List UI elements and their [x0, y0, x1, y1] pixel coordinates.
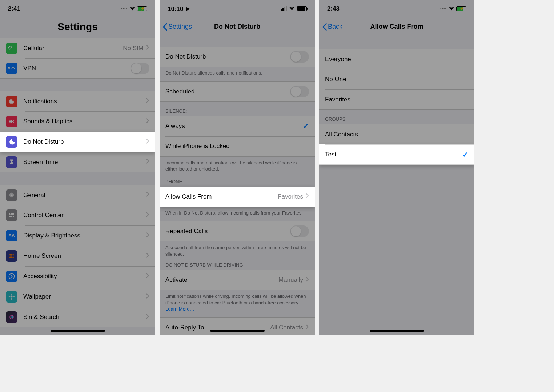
svg-point-11 [11, 255, 12, 256]
chevron-right-icon [146, 44, 149, 52]
row-notifications[interactable]: Notifications [0, 91, 155, 111]
row-locked[interactable]: While iPhone is Locked [160, 136, 315, 157]
accessibility-icon [6, 271, 17, 282]
row-detail: No SIM [123, 45, 144, 52]
row-wallpaper[interactable]: Wallpaper [0, 287, 155, 307]
svg-point-17 [11, 275, 12, 276]
screen-settings: 2:41 •••• ⚡ Settings Cellular No SIM VPN… [0, 0, 155, 335]
row-scheduled[interactable]: Scheduled [160, 81, 315, 102]
row-label: Sounds & Haptics [23, 118, 146, 125]
row-control-center[interactable]: Control Center [0, 205, 155, 225]
row-do-not-disturb[interactable]: Do Not Disturb [0, 132, 155, 152]
dnd-list[interactable]: Do Not Disturb Do Not Disturb silences c… [160, 36, 315, 335]
row-label: Activate [165, 276, 278, 284]
dnd-toggle[interactable] [290, 51, 309, 63]
row-allow-calls-from[interactable]: Allow Calls From Favorites [160, 187, 315, 207]
row-label: Screen Time [23, 159, 146, 166]
notifications-icon [6, 96, 17, 107]
nav-bar: Settings Do Not Disturb [160, 17, 315, 36]
svg-point-5 [10, 213, 11, 215]
chevron-right-icon [305, 324, 309, 332]
row-home-screen[interactable]: Home Screen [0, 246, 155, 266]
row-label: Cellular [23, 45, 123, 52]
chevron-right-icon [146, 97, 149, 105]
svg-point-21 [9, 296, 11, 297]
status-bar: 10:10 ➤ [160, 0, 315, 17]
svg-point-13 [9, 257, 11, 258]
repeated-toggle[interactable] [290, 225, 309, 237]
chevron-right-icon [305, 276, 309, 284]
svg-point-6 [12, 216, 13, 217]
row-everyone[interactable]: Everyone [319, 49, 474, 69]
checkmark-icon: ✓ [303, 122, 309, 131]
back-button[interactable]: Settings [162, 23, 192, 31]
scheduled-toggle[interactable] [290, 86, 309, 97]
header-silence: SILENCE: [160, 102, 315, 116]
svg-rect-28 [286, 6, 287, 11]
row-repeated-calls[interactable]: Repeated Calls [160, 221, 315, 241]
row-detail: Favorites [278, 193, 303, 200]
status-dots: •••• [121, 7, 128, 11]
screen-allow-calls: 2:43 •••• ⚡ Back Allow Calls From Everyo… [319, 0, 474, 335]
status-time: 2:43 [327, 5, 340, 12]
row-always[interactable]: Always ✓ [160, 116, 315, 136]
chevron-right-icon [146, 273, 149, 280]
row-sounds[interactable]: Sounds & Haptics [0, 111, 155, 132]
settings-list: Cellular No SIM VPN VPN Notifications So… [0, 38, 155, 327]
row-screen-time[interactable]: Screen Time [0, 152, 155, 172]
signal-icon [281, 6, 287, 12]
flower-icon [6, 291, 17, 303]
row-label: Notifications [23, 98, 146, 105]
row-accessibility[interactable]: Accessibility [0, 266, 155, 287]
chevron-right-icon [146, 138, 149, 146]
footer-repeated: A second call from the same person withi… [160, 241, 315, 262]
footer-silence: Incoming calls and notifications will be… [160, 157, 315, 177]
vpn-toggle[interactable] [131, 63, 149, 74]
chevron-right-icon [146, 118, 149, 125]
row-general[interactable]: General [0, 185, 155, 205]
row-test-group[interactable]: Test ✓ [319, 144, 474, 165]
page-title: Settings [0, 17, 155, 38]
svg-point-15 [13, 257, 14, 258]
home-indicator[interactable] [210, 330, 265, 332]
row-activate[interactable]: Activate Manually [160, 270, 315, 290]
chevron-right-icon [305, 193, 309, 200]
gear-icon [6, 189, 17, 201]
svg-rect-4 [9, 216, 14, 217]
row-dnd-toggle[interactable]: Do Not Disturb [160, 47, 315, 67]
row-auto-reply-to[interactable]: Auto-Reply To All Contacts [160, 317, 315, 335]
checkmark-icon: ✓ [462, 150, 469, 159]
svg-point-1 [12, 99, 14, 101]
row-favorites[interactable]: Favorites [319, 89, 474, 110]
learn-more-link[interactable]: Learn More… [165, 306, 194, 312]
row-siri[interactable]: Siri & Search [0, 307, 155, 327]
row-label: Siri & Search [23, 313, 146, 321]
row-detail: All Contacts [270, 324, 303, 331]
svg-point-19 [11, 294, 12, 296]
chevron-right-icon [146, 158, 149, 166]
siri-icon [6, 311, 17, 323]
row-cellular[interactable]: Cellular No SIM [0, 38, 155, 58]
svg-point-23 [10, 315, 13, 319]
svg-rect-27 [284, 7, 285, 11]
home-indicator[interactable] [370, 330, 424, 332]
svg-point-7 [9, 254, 11, 255]
battery-icon: ⚡ [137, 6, 147, 11]
row-all-contacts[interactable]: All Contacts [319, 124, 474, 144]
svg-point-12 [13, 255, 14, 256]
nav-bar: Back Allow Calls From [319, 17, 474, 36]
text-size-icon: AA [6, 230, 17, 241]
svg-rect-3 [9, 213, 14, 215]
status-dots: •••• [440, 7, 447, 11]
hourglass-icon [6, 156, 17, 168]
back-label: Settings [168, 23, 192, 31]
svg-point-14 [11, 257, 12, 258]
moon-icon [6, 136, 17, 148]
status-right: •••• ⚡ [121, 6, 147, 12]
row-no-one[interactable]: No One [319, 69, 474, 89]
row-vpn[interactable]: VPN VPN [0, 58, 155, 79]
home-indicator[interactable] [51, 330, 105, 332]
row-label: VPN [23, 65, 131, 72]
row-display[interactable]: AA Display & Brightness [0, 225, 155, 246]
back-button[interactable]: Back [322, 23, 342, 31]
